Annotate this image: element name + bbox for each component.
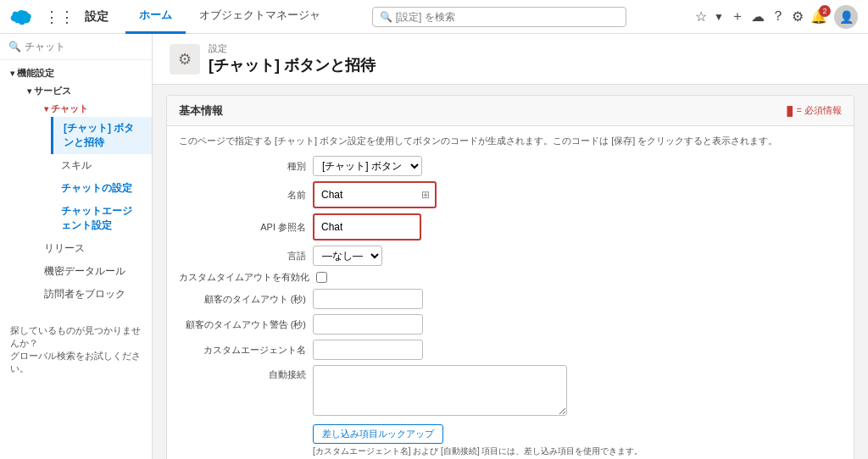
page-title: [チャット] ボタンと招待 <box>209 55 376 75</box>
insert-note: [カスタムエージェント名] および [自動接続] 項目には、差し込み項目を使用で… <box>313 445 842 457</box>
sidebar-section-functional: ▾ 機能設定 ▾ サービス ▾ チャット [チャット] ボタンと招待 スキル チ… <box>0 60 152 309</box>
sidebar: 🔍 ▾ 機能設定 ▾ サービス ▾ チャット [チャット] ボタンと招待 スキル <box>0 34 153 459</box>
plus-icon[interactable]: ＋ <box>731 8 744 25</box>
timeout-input[interactable] <box>313 289 423 309</box>
expand-icon[interactable]: ▼ <box>714 11 724 23</box>
input-auto-connect <box>313 365 567 416</box>
label-name: 名前 <box>179 189 306 202</box>
page-header-icon: ⚙ <box>170 44 200 75</box>
sidebar-sub-chat-items: [チャット] ボタンと招待 スキル チャットの設定 チャットエージェント設定 <box>34 117 152 237</box>
field-language: 言語 —なし— <box>179 246 842 266</box>
app-name: 設定 <box>85 9 108 25</box>
label-language: 言語 <box>179 250 306 263</box>
chevron-icon-service: ▾ <box>27 86 31 96</box>
label-type: 種別 <box>179 160 306 173</box>
settings-icon: ⚙ <box>178 50 192 69</box>
field-name: 名前 ⊞ <box>179 181 842 208</box>
breadcrumb: 設定 <box>209 42 376 55</box>
section-body-basic: このページで指定する [チャット] ボタン設定を使用してボタンのコードが生成され… <box>167 126 854 459</box>
checkbox-custom-timeout[interactable] <box>316 272 327 283</box>
section-title-basic: 基本情報 <box>179 103 223 119</box>
gear-icon[interactable]: ⚙ <box>792 8 804 25</box>
sidebar-group-service[interactable]: ▾ サービス <box>17 81 152 99</box>
page-header-info: 設定 [チャット] ボタンと招待 <box>209 42 376 75</box>
section-desc: このページで指定する [チャット] ボタン設定を使用してボタンのコードが生成され… <box>179 135 842 147</box>
field-timeout: 顧客のタイムアウト (秒) <box>179 289 842 309</box>
main-content: ⚙ 設定 [チャット] ボタンと招待 基本情報 ▮ = 必須情報 このページで指… <box>153 34 868 459</box>
section-header-basic: 基本情報 ▮ = 必須情報 <box>167 96 854 126</box>
basic-info-section: 基本情報 ▮ = 必須情報 このページで指定する [チャット] ボタン設定を使用… <box>166 95 854 459</box>
field-timeout-warning: 顧客のタイムアウト警告 (秒) <box>179 314 842 335</box>
select-type[interactable]: [チャット] ボタン <box>313 156 422 176</box>
sidebar-item-skill[interactable]: スキル <box>51 154 152 177</box>
field-agent-name: カスタムエージェント名 <box>179 340 842 360</box>
input-language: —なし— <box>313 246 382 266</box>
insert-lookup-button[interactable]: 差し込み項目ルックアップ <box>313 424 443 444</box>
timeout-warning-input[interactable] <box>313 314 423 335</box>
sidebar-item-block[interactable]: 訪問者をブロック <box>34 283 152 306</box>
sidebar-item-chat-settings[interactable]: チャットの設定 <box>51 177 152 200</box>
input-api-wrapper <box>313 213 421 241</box>
tab-object-manager[interactable]: オブジェクトマネージャ <box>186 0 334 34</box>
sidebar-item-release[interactable]: リリース <box>34 237 152 260</box>
sidebar-item-chat-agent[interactable]: チャットエージェント設定 <box>51 200 152 237</box>
input-agent-name <box>313 340 423 360</box>
tab-home[interactable]: ホーム <box>125 0 186 34</box>
input-custom-timeout <box>316 272 327 283</box>
name-input[interactable] <box>316 185 418 205</box>
field-type: 種別 [チャット] ボタン <box>179 156 842 176</box>
top-nav-tabs: ホーム オブジェクトマネージャ <box>125 0 334 34</box>
name-input-box: ⊞ <box>313 181 437 208</box>
question-icon[interactable]: ？ <box>771 8 785 25</box>
auto-connect-textarea[interactable] <box>313 365 567 416</box>
cloud-icon[interactable]: ☁ <box>751 8 765 25</box>
search-input[interactable] <box>396 11 619 23</box>
api-name-input[interactable] <box>316 217 418 237</box>
sidebar-sub-service: ▾ サービス ▾ チャット [チャット] ボタンと招待 スキル チャットの設定 … <box>0 81 152 306</box>
field-auto-connect: 自動接続 <box>179 365 842 416</box>
salesforce-logo <box>10 3 37 30</box>
sidebar-item-chat-button[interactable]: [チャット] ボタンと招待 <box>51 117 152 154</box>
api-name-input-box <box>313 213 421 241</box>
label-auto-connect: 自動接続 <box>179 365 306 381</box>
input-timeout-warning <box>313 314 423 335</box>
top-search-bar: 🔍 <box>372 7 626 27</box>
notification-bell[interactable]: 🔔2 <box>810 8 827 25</box>
label-api-name: API 参照名 <box>179 221 306 234</box>
section-label-functional[interactable]: ▾ 機能設定 <box>0 64 152 81</box>
agent-name-input[interactable] <box>313 340 423 360</box>
field-custom-timeout: カスタムタイムアウトを有効化 <box>179 271 842 284</box>
page-header: ⚙ 設定 [チャット] ボタンと招待 <box>153 34 868 85</box>
label-timeout: 顧客のタイムアウト (秒) <box>179 293 306 306</box>
input-name-wrapper: ⊞ <box>313 181 437 208</box>
chevron-icon-chat: ▾ <box>44 104 48 113</box>
top-nav: ⋮⋮ 設定 ホーム オブジェクトマネージャ 🔍 ☆ ▼ ＋ ☁ ？ ⚙ 🔔2 👤 <box>0 0 868 34</box>
insert-section: 差し込み項目ルックアップ [カスタムエージェント名] および [自動接続] 項目… <box>313 421 842 457</box>
required-legend: ▮ = 必須情報 <box>786 102 842 119</box>
avatar-icon[interactable]: 👤 <box>834 5 858 29</box>
sidebar-search: 🔍 <box>0 34 152 60</box>
search-icon: 🔍 <box>380 11 392 23</box>
field-api-name: API 参照名 <box>179 213 842 241</box>
layout: 🔍 ▾ 機能設定 ▾ サービス ▾ チャット [チャット] ボタンと招待 スキル <box>0 34 868 459</box>
label-timeout-warning: 顧客のタイムアウト警告 (秒) <box>179 318 306 331</box>
star-icon[interactable]: ☆ <box>695 8 707 25</box>
chevron-icon: ▾ <box>10 69 14 78</box>
sidebar-sub-chat: ▾ チャット [チャット] ボタンと招待 スキル チャットの設定 チャットエージ… <box>17 99 152 306</box>
sidebar-search-icon: 🔍 <box>8 41 21 53</box>
sidebar-search-input[interactable] <box>25 41 143 53</box>
select-language[interactable]: —なし— <box>313 246 382 266</box>
sidebar-group-chat[interactable]: ▾ チャット <box>34 99 152 117</box>
name-lookup-icon[interactable]: ⊞ <box>418 189 433 201</box>
app-grid-icon[interactable]: ⋮⋮ <box>44 8 75 26</box>
input-timeout <box>313 289 423 309</box>
notification-count: 2 <box>819 5 831 17</box>
input-type: [チャット] ボタン <box>313 156 422 176</box>
label-agent-name: カスタムエージェント名 <box>179 344 306 357</box>
sidebar-bottom-text: 探しているものが見つかりませんか？グローバル検索をお試しください。 <box>0 316 152 384</box>
sidebar-item-sensitive[interactable]: 機密データルール <box>34 260 152 283</box>
top-nav-icons: ☆ ▼ ＋ ☁ ？ ⚙ 🔔2 👤 <box>695 5 858 29</box>
label-custom-timeout: カスタムタイムアウトを有効化 <box>179 271 309 284</box>
